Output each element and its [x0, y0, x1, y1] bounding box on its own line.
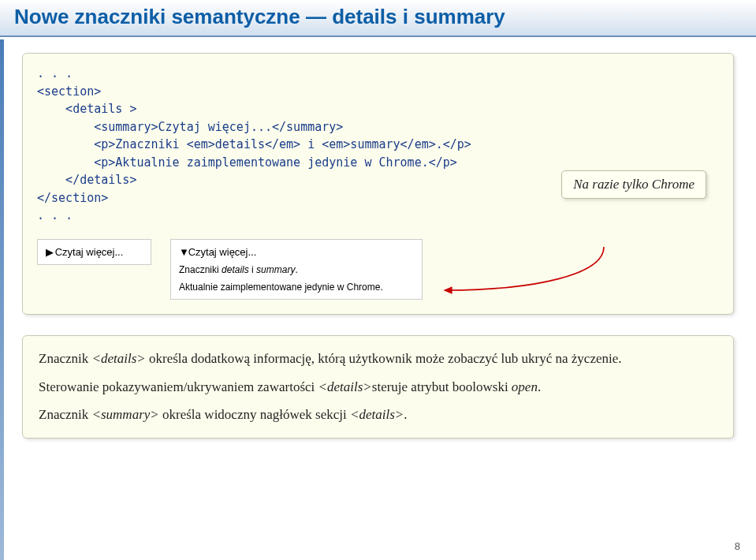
code-line: <section>	[37, 84, 101, 99]
demo-open: ▼ Czytaj więcej... Znaczniki details i s…	[170, 239, 423, 301]
triangle-down-icon: ▼	[179, 245, 185, 260]
side-stripe	[0, 39, 4, 560]
code-block: . . . <section> <details > <summary>Czyt…	[37, 65, 719, 225]
demo-open-label: Czytaj więcej...	[188, 246, 257, 258]
chrome-note: Na razie tylko Chrome	[561, 170, 706, 199]
info-p1: Znacznik <details> określa dodatkową inf…	[39, 349, 717, 369]
demo-row: ▶ Czytaj więcej... ▼ Czytaj więcej... Zn…	[37, 239, 719, 301]
demo-open-p1: Znaczniki details i summary.	[179, 263, 414, 277]
code-line: </details>	[37, 173, 136, 187]
code-line: <p>Aktualnie zaimplementowane jedynie w …	[37, 155, 457, 170]
slide-content: . . . <section> <details > <summary>Czyt…	[0, 37, 756, 439]
slide-title: Nowe znaczniki semantyczne — details i s…	[14, 5, 742, 29]
slide-header: Nowe znaczniki semantyczne — details i s…	[0, 0, 756, 37]
demo-closed-label: Czytaj więcej...	[55, 246, 124, 258]
info-p3: Znacznik <summary> określa widoczny nagł…	[39, 405, 717, 425]
triangle-right-icon: ▶	[46, 245, 52, 260]
code-line: <p>Znaczniki <em>details</em> i <em>summ…	[37, 137, 471, 151]
code-line: . . .	[37, 66, 73, 80]
code-line: . . .	[37, 208, 73, 222]
info-box: Znacznik <details> określa dodatkową inf…	[22, 335, 734, 439]
demo-open-p2: Aktualnie zaimplementowane jedynie w Chr…	[179, 280, 414, 294]
info-p2: Sterowanie pokazywaniem/ukrywaniem zawar…	[39, 377, 717, 398]
demo-closed: ▶ Czytaj więcej...	[37, 239, 151, 266]
demo-closed-summary: ▶ Czytaj więcej...	[46, 246, 123, 258]
note-text: Na razie tylko Chrome	[573, 177, 695, 192]
page-number: 8	[735, 540, 740, 552]
code-example-box: . . . <section> <details > <summary>Czyt…	[22, 53, 734, 315]
demo-open-summary: ▼ Czytaj więcej...	[179, 246, 256, 258]
code-line: <details >	[37, 102, 136, 116]
code-line: <summary>Czytaj więcej...</summary>	[37, 120, 343, 134]
code-line: </section>	[37, 191, 108, 205]
